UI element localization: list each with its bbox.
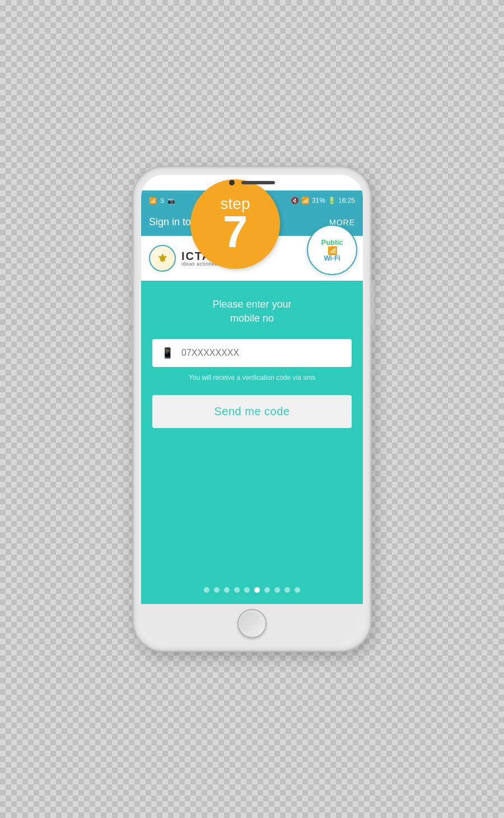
mobile-input-container[interactable]: 📱 xyxy=(152,339,352,367)
public-wifi-public: Public xyxy=(321,239,343,246)
public-wifi-wifi: Wi-Fi xyxy=(324,255,340,262)
page-dots-indicator xyxy=(204,587,300,593)
dot-10 xyxy=(295,587,300,593)
phone-top xyxy=(141,175,363,190)
dot-5 xyxy=(244,587,250,593)
home-button[interactable] xyxy=(237,609,267,638)
dot-9 xyxy=(284,587,290,593)
sri-lanka-emblem: ⚜ xyxy=(149,245,176,272)
battery-icon: 🔋 xyxy=(328,197,336,204)
status-left: 📶 S 📷 xyxy=(149,197,175,204)
phone-bottom xyxy=(141,604,363,643)
scene: step 7 📶 S 📷 🔇 📶 31% 🔋 xyxy=(134,168,370,650)
dot-6-active xyxy=(254,587,260,593)
camera xyxy=(229,180,235,185)
image-icon: 📷 xyxy=(167,197,175,204)
mobile-phone-icon: 📱 xyxy=(161,347,174,359)
status-right: 🔇 📶 31% 🔋 16:25 xyxy=(291,197,355,204)
prompt-text: Please enter yourmobile no xyxy=(212,298,291,326)
send-me-code-button[interactable]: Send me code xyxy=(152,395,352,428)
public-wifi-badge: Public 📶 Wi-Fi xyxy=(307,225,357,275)
mobile-number-input[interactable] xyxy=(181,348,343,358)
dot-3 xyxy=(224,587,230,593)
sync-icon: S xyxy=(160,197,164,204)
mute-icon: 🔇 xyxy=(291,197,299,204)
sms-notice-text: You will receive a verification code via… xyxy=(189,374,315,382)
dot-7 xyxy=(264,587,270,593)
speaker xyxy=(241,181,275,184)
wifi-status-icon: 📶 xyxy=(149,197,157,204)
signal-icon: 📶 xyxy=(301,197,310,204)
main-content: Please enter yourmobile no 📱 You will re… xyxy=(141,281,363,604)
emblem-icon: ⚜ xyxy=(157,252,167,265)
dot-8 xyxy=(274,587,280,593)
dot-2 xyxy=(214,587,220,593)
battery-percent: 31% xyxy=(312,197,325,204)
dot-4 xyxy=(234,587,240,593)
wifi-signal-icon: 📶 xyxy=(328,246,337,255)
step-number: 7 xyxy=(223,212,248,252)
dot-1 xyxy=(204,587,209,593)
step-badge: step 7 xyxy=(190,179,280,269)
clock: 16:25 xyxy=(338,197,355,204)
